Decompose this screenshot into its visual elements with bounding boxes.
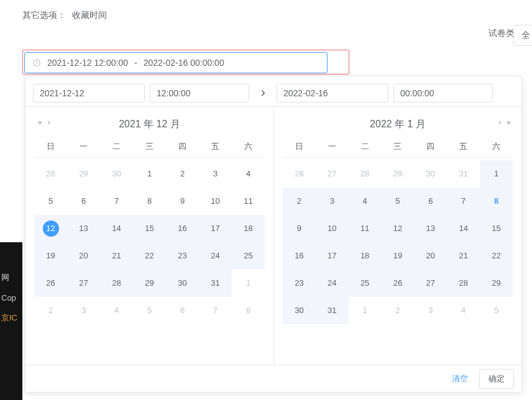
calendar-day[interactable]: 4 [232,160,265,188]
calendar-day[interactable]: 22 [480,242,513,270]
calendar-day[interactable]: 2 [283,188,316,215]
calendar-day: 7 [199,297,232,324]
weekday-cell: 日 [283,135,316,157]
calendar-day[interactable]: 11 [232,188,265,215]
calendar-day[interactable]: 31 [316,297,349,324]
calendar-day[interactable]: 10 [199,188,232,215]
start-date-input[interactable]: 2021-12-12 [33,84,145,102]
calendar-day[interactable]: 4 [349,188,382,215]
day-number: 20 [423,248,439,264]
calendar-day[interactable]: 15 [480,215,513,242]
calendar-day[interactable]: 20 [67,242,100,270]
day-number: 11 [241,193,257,209]
calendar-day[interactable]: 11 [349,215,382,242]
calendar-day[interactable]: 14 [447,215,480,242]
datetime-range-input[interactable]: 2021-12-12 12:00:00 - 2022-02-16 00:00:0… [24,52,328,73]
right-panel-title: 2022 年 1 月 [370,118,426,131]
day-number: 5 [43,193,59,209]
next-month-button[interactable]: › [498,118,499,127]
calendar-day[interactable]: 15 [133,215,166,242]
calendar-day[interactable]: 18 [232,215,265,242]
calendar-day[interactable]: 23 [283,270,316,297]
calendar-day[interactable]: 19 [34,242,67,270]
calendar-day[interactable]: 5 [382,188,415,215]
calendar-day[interactable]: 26 [34,270,67,297]
calendar-day[interactable]: 13 [414,215,447,242]
calendar-day[interactable]: 5 [34,188,67,215]
calendar-day[interactable]: 3 [316,188,349,215]
calendar-day[interactable]: 16 [283,242,316,270]
end-time-input[interactable]: 00:00:00 [393,84,493,102]
calendar-day[interactable]: 23 [166,242,199,270]
calendar-day[interactable]: 27 [67,270,100,297]
day-number: 2 [390,302,406,319]
calendar-day[interactable]: 6 [414,188,447,215]
calendar-day[interactable]: 29 [133,270,166,297]
calendar-day: 31 [447,160,480,188]
calendar-day[interactable]: 20 [414,242,447,270]
weekday-header: 日一二三四五六 [34,135,265,158]
calendar-day[interactable]: 1 [133,160,166,188]
calendar-day[interactable]: 26 [382,270,415,297]
paper-type-select[interactable]: 全 [513,25,532,46]
calendar-day[interactable]: 9 [166,188,199,215]
start-time-input[interactable]: 12:00:00 [150,84,249,102]
calendar-day[interactable]: 10 [316,215,349,242]
end-time-value: 00:00:00 [400,88,434,98]
calendar-day[interactable]: 3 [199,160,232,188]
calendar-day[interactable]: 28 [447,270,480,297]
calendar-day[interactable]: 17 [199,215,232,242]
calendar-day[interactable]: 8 [133,188,166,215]
weekday-cell: 四 [166,135,199,157]
calendar-day[interactable]: 21 [447,242,480,270]
calendar-day[interactable]: 22 [133,242,166,270]
day-number: 3 [76,302,92,319]
calendar-day[interactable]: 16 [166,215,199,242]
calendar-day[interactable]: 17 [316,242,349,270]
calendar-day[interactable]: 31 [199,270,232,297]
calendar-day: 6 [166,297,199,324]
clear-button[interactable]: 清空 [447,371,473,387]
calendar-day[interactable]: 6 [67,188,100,215]
calendar-day[interactable]: 30 [166,270,199,297]
calendar-day[interactable]: 2 [166,160,199,188]
day-number: 17 [208,220,224,237]
date-range-picker: 2021-12-12 12:00:00 2022-02-16 00:00:00 … [25,76,522,393]
calendar-day[interactable]: 12 [382,215,415,242]
calendar-day[interactable]: 25 [349,270,382,297]
calendar-day[interactable]: 18 [349,242,382,270]
day-number: 5 [488,302,505,319]
calendar-day[interactable]: 24 [199,242,232,270]
calendar-day[interactable]: 21 [100,242,133,270]
day-number: 10 [324,220,340,237]
calendar-day[interactable]: 24 [316,270,349,297]
day-number: 14 [456,220,472,237]
next-year-button[interactable]: » [507,118,509,127]
calendar-day[interactable]: 9 [283,215,316,242]
calendar-day[interactable]: 30 [283,297,316,324]
day-number: 7 [109,193,125,209]
day-number: 18 [241,220,257,237]
calendar-day[interactable]: 27 [414,270,447,297]
day-number: 16 [291,248,307,264]
calendar-day[interactable]: 7 [100,188,133,215]
calendar-day[interactable]: 19 [382,242,415,270]
calendar-day[interactable]: 29 [480,270,513,297]
end-date-value: 2022-02-16 [283,88,328,98]
day-number: 22 [488,248,505,264]
calendar-day[interactable]: 1 [480,160,513,188]
calendar-day[interactable]: 14 [100,215,133,242]
calendar-day[interactable]: 8 [480,188,513,215]
calendar-day[interactable]: 12 [34,215,67,242]
day-number: 26 [390,275,406,291]
calendar-day[interactable]: 28 [100,270,133,297]
confirm-button[interactable]: 确定 [479,369,514,389]
day-number: 31 [456,166,472,182]
day-number: 17 [324,248,340,264]
prev-year-button[interactable]: « [38,118,40,127]
calendar-day[interactable]: 25 [232,242,265,270]
calendar-day[interactable]: 13 [67,215,100,242]
calendar-day[interactable]: 7 [447,188,480,215]
prev-month-button[interactable]: ‹ [48,118,48,127]
end-date-input[interactable]: 2022-02-16 [277,84,388,102]
